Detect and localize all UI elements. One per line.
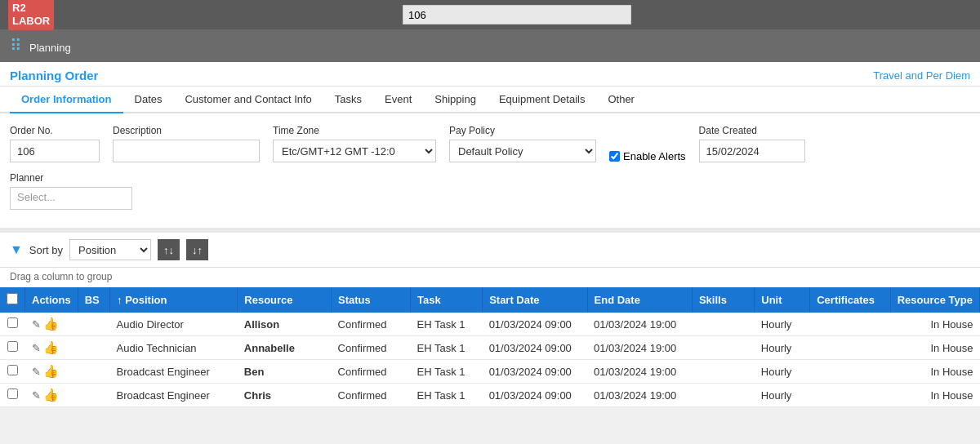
planner-label: Planner [10,172,132,184]
header-checkbox[interactable] [7,293,18,304]
header-skills[interactable]: Skills [692,287,754,313]
top-bar: R2 LABOR [0,0,980,29]
tab-event[interactable]: Event [373,87,423,113]
main-content: Planning Order Travel and Per Diem Order… [0,62,980,407]
row-position: Broadcast Engineer [110,384,238,407]
row-status: Confirmed [332,360,411,384]
edit-icon[interactable]: ✎ [32,389,41,402]
row-position: Audio Director [110,313,238,336]
header-start-date[interactable]: Start Date [483,287,587,313]
sort-desc-button[interactable]: ↓↑ [186,239,208,260]
row-bs [78,336,109,360]
row-status: Confirmed [332,313,411,336]
timezone-select[interactable]: Etc/GMT+12 GMT -12:0 [273,140,436,162]
order-no-label: Order No. [10,125,100,136]
filter-icon[interactable]: ▼ [10,242,23,257]
order-no-input[interactable] [10,140,100,162]
tab-equipment-details[interactable]: Equipment Details [488,87,597,113]
row-bs [78,360,109,384]
row-skills [692,360,754,384]
row-certificates [810,384,890,407]
edit-icon[interactable]: ✎ [32,342,41,354]
edit-icon[interactable]: ✎ [32,318,41,331]
row-resource-type: In House [890,384,979,407]
row-checkbox[interactable] [7,341,18,352]
row-start-date: 01/03/2024 09:00 [483,384,587,407]
row-resource-type: In House [890,360,979,384]
travel-per-diem-link[interactable]: Travel and Per Diem [873,69,970,82]
tab-tasks[interactable]: Tasks [323,87,373,113]
paypolicy-select[interactable]: Default Policy [449,140,596,162]
row-skills [692,313,754,336]
row-checkbox-cell [0,360,25,384]
planner-select[interactable]: Select... [10,187,132,210]
header-end-date[interactable]: End Date [587,287,692,313]
header-task[interactable]: Task [411,287,483,313]
header-unit[interactable]: Unit [755,287,810,313]
enable-alerts-label: Enable Alerts [623,150,686,162]
table-header-row: Actions BS ↑ Position Resource Status [0,287,980,313]
row-unit: Hourly [755,313,810,336]
row-resource: Annabelle [238,336,332,360]
sort-asc-icon: ↑↓ [163,244,174,256]
edit-icon[interactable]: ✎ [32,366,41,378]
table-row: ✎ 👍 Audio Technician Annabelle Confirmed… [0,336,980,360]
row-checkbox[interactable] [7,317,18,328]
row-checkbox[interactable] [7,365,18,375]
nav-dots[interactable]: ⠿ [10,37,22,55]
thumbs-up-icon[interactable]: 👍 [43,364,59,378]
row-certificates [810,360,890,384]
row-checkbox-cell [0,336,25,360]
row-skills [692,384,754,407]
row-end-date: 01/03/2024 19:00 [587,336,692,360]
thumbs-up-icon[interactable]: 👍 [43,388,59,402]
row-task: EH Task 1 [411,384,483,407]
row-task: EH Task 1 [411,336,483,360]
header-certificates[interactable]: Certificates [810,287,890,313]
tabs-container: Order Information Dates Customer and Con… [0,87,980,113]
header-status[interactable]: Status [332,287,411,313]
row-start-date: 01/03/2024 09:00 [483,313,587,336]
enable-alerts-group: Enable Alerts [609,137,686,162]
row-checkbox[interactable] [7,388,18,399]
row-certificates [810,313,890,336]
row-resource: Ben [238,360,332,384]
sort-asc-button[interactable]: ↑↓ [158,239,180,260]
tab-dates[interactable]: Dates [123,87,174,113]
row-certificates [810,336,890,360]
top-search-container [403,5,631,24]
row-end-date: 01/03/2024 19:00 [587,313,692,336]
sort-select[interactable]: Position [69,239,151,260]
header-bs: BS [78,287,109,313]
description-group: Description [113,125,260,162]
order-no-group: Order No. [10,125,100,162]
row-task: EH Task 1 [411,360,483,384]
sort-label: Sort by [29,244,63,256]
row-status: Confirmed [332,336,411,360]
header-position[interactable]: ↑ Position [110,287,238,313]
enable-alerts-checkbox[interactable] [609,151,620,162]
planning-order-title[interactable]: Planning Order [10,69,98,82]
row-actions: ✎ 👍 [25,336,78,360]
thumbs-up-icon[interactable]: 👍 [43,317,59,331]
header-resource-type[interactable]: Resource Type [890,287,979,313]
paypolicy-group: Pay Policy Default Policy [449,125,596,162]
header-resource[interactable]: Resource [238,287,332,313]
row-actions: ✎ 👍 [25,360,78,384]
date-created-input[interactable] [699,140,805,162]
thumbs-up-icon[interactable]: 👍 [43,340,59,354]
tab-shipping[interactable]: Shipping [423,87,488,113]
description-input[interactable] [113,140,260,162]
tab-other[interactable]: Other [596,87,646,113]
row-end-date: 01/03/2024 19:00 [587,360,692,384]
row-unit: Hourly [755,384,810,407]
resource-table-container: Actions BS ↑ Position Resource Status [0,287,980,407]
resource-table: Actions BS ↑ Position Resource Status [0,287,980,407]
row-position: Audio Technician [110,336,238,360]
tab-order-information[interactable]: Order Information [10,87,123,113]
header-actions: Actions [25,287,78,313]
tab-customer-contact[interactable]: Customer and Contact Info [173,87,323,113]
header-checkbox-cell [0,287,25,313]
row-unit: Hourly [755,336,810,360]
top-search-input[interactable] [403,5,631,24]
